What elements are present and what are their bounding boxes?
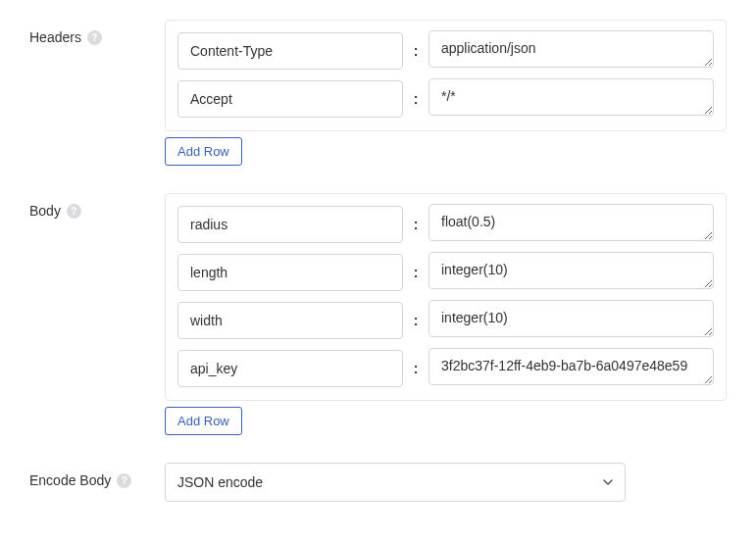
header-key-input[interactable] [177,32,403,70]
headers-label: Headers [29,29,81,45]
help-icon[interactable]: ? [87,30,102,45]
kv-val-wrap: application/json [428,30,714,71]
encode-body-label-col: Encode Body ? [29,463,165,488]
headers-panel: : application/json : */* [165,20,727,131]
kv-val-wrap: 3f2bc37f-12ff-4eb9-ba7b-6a0497e48e59 [428,348,714,388]
kv-separator: : [413,217,419,232]
body-key-input[interactable] [177,350,403,387]
body-value-input[interactable]: float(0.5) [428,204,714,241]
kv-row: : application/json [177,30,714,71]
kv-val-wrap: */* [428,78,714,119]
body-label: Body [29,203,61,219]
add-row-button[interactable]: Add Row [165,137,242,166]
encode-body-select[interactable]: JSON encode [165,463,626,502]
kv-separator: : [413,91,419,107]
header-key-input[interactable] [177,80,403,118]
headers-label-col: Headers ? [29,20,165,45]
kv-row: : integer(10) [177,252,714,292]
body-key-input[interactable] [177,206,403,243]
encode-body-select-wrap: JSON encode [165,463,626,502]
kv-val-wrap: float(0.5) [428,204,714,244]
kv-val-wrap: integer(10) [428,252,714,292]
body-value-input[interactable]: integer(10) [428,300,714,337]
body-content: : float(0.5) : integer(10) : integer(10) [165,193,727,435]
encode-body-section: Encode Body ? JSON encode [29,463,727,502]
body-value-input[interactable]: 3f2bc37f-12ff-4eb9-ba7b-6a0497e48e59 [428,348,714,385]
kv-row: : 3f2bc37f-12ff-4eb9-ba7b-6a0497e48e59 [177,348,714,388]
kv-separator: : [413,43,419,59]
body-label-col: Body ? [29,193,165,219]
body-key-input[interactable] [177,302,403,339]
body-section: Body ? : float(0.5) : integer(10) : [29,193,727,435]
help-icon[interactable]: ? [117,473,131,488]
help-icon[interactable]: ? [67,204,81,219]
kv-row: : integer(10) [177,300,714,340]
encode-body-label: Encode Body [29,472,111,488]
kv-separator: : [413,361,419,376]
kv-row: : float(0.5) [177,204,714,244]
add-row-button[interactable]: Add Row [165,407,242,435]
headers-content: : application/json : */* Add Row [165,20,727,166]
kv-row: : */* [177,78,714,119]
kv-separator: : [413,265,419,280]
kv-val-wrap: integer(10) [428,300,714,340]
header-value-input[interactable]: application/json [428,30,714,68]
kv-separator: : [413,313,419,328]
encode-body-content: JSON encode [165,463,727,502]
headers-section: Headers ? : application/json : */* Add R… [29,20,727,166]
body-key-input[interactable] [177,254,403,291]
body-panel: : float(0.5) : integer(10) : integer(10) [165,193,727,401]
body-value-input[interactable]: integer(10) [428,252,714,289]
header-value-input[interactable]: */* [428,78,714,116]
